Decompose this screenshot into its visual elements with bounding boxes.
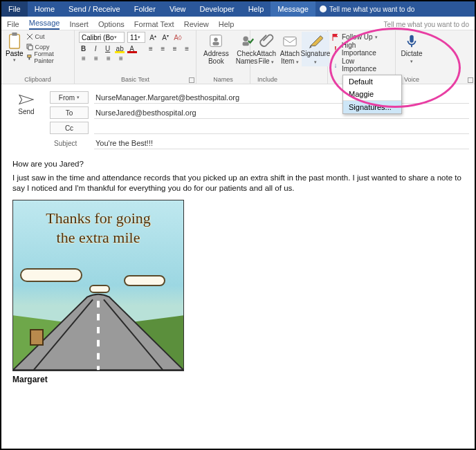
svg-rect-10: [242, 42, 248, 46]
svg-rect-3: [28, 46, 33, 50]
svg-rect-1: [12, 32, 17, 36]
low-importance-button[interactable]: ↓Low Importance: [332, 57, 391, 73]
svg-rect-8: [213, 42, 219, 46]
indent-left-button[interactable]: ≡: [170, 45, 179, 53]
from-button[interactable]: From ▾: [50, 91, 89, 104]
ribtab-options[interactable]: Options: [98, 20, 125, 30]
ribtab-file[interactable]: File: [7, 20, 19, 30]
attach-item-button[interactable]: AttachItem ▾: [278, 32, 302, 66]
dialog-launcher-icon[interactable]: [468, 77, 473, 83]
align-right-button[interactable]: ≡: [104, 55, 113, 62]
tab-view[interactable]: View: [163, 1, 193, 17]
group-basic-text: Calibri (Bo▾ 11▾ A▴ A▾ A◊ B I U ab A ≡ ≡…: [75, 30, 196, 84]
italic-button[interactable]: I: [91, 45, 100, 53]
sigmenu-maggie[interactable]: Maggie: [343, 88, 401, 100]
font-size-combo[interactable]: 11▾: [127, 32, 145, 43]
signature-dropdown-menu: Default Maggie Signatures...: [342, 75, 402, 114]
group-include: AttachFile ▾ AttachItem ▾ Signature▾ Inc…: [250, 30, 328, 84]
paste-button[interactable]: Paste ▾: [6, 32, 24, 63]
align-left-button[interactable]: ≡: [79, 55, 89, 62]
message-header: Send From ▾ NurseManager.Margaret@bestho…: [1, 84, 475, 153]
body-signoff: Margaret: [12, 374, 464, 385]
tab-help[interactable]: Help: [241, 1, 271, 17]
cc-field[interactable]: [94, 122, 469, 134]
to-field[interactable]: NurseJared@besthospital.org: [94, 106, 469, 119]
group-names: AddressBook CheckNames Names: [196, 30, 250, 84]
signature-button[interactable]: Signature▾: [302, 32, 329, 66]
group-label-names: Names: [201, 76, 246, 84]
shrink-font-button[interactable]: A▾: [161, 33, 170, 41]
font-color-button[interactable]: A: [127, 45, 136, 53]
dictate-button[interactable]: Dictate▾: [400, 32, 423, 66]
tab-file[interactable]: File: [1, 1, 28, 17]
svg-rect-4: [27, 55, 30, 57]
clear-format-button[interactable]: A◊: [173, 34, 183, 41]
group-label-basic-text: Basic Text: [79, 76, 192, 84]
svg-point-9: [243, 37, 248, 41]
svg-rect-13: [411, 45, 412, 48]
svg-point-7: [214, 37, 219, 41]
indent-right-button[interactable]: ≡: [183, 45, 192, 53]
sigmenu-signatures[interactable]: Signatures...: [343, 101, 401, 113]
dialog-launcher-icon[interactable]: [189, 77, 194, 83]
subject-label: Subject: [50, 140, 89, 147]
from-field[interactable]: NurseManager.Margaret@besthospital.org: [94, 91, 469, 104]
group-label-voice: Voice: [400, 76, 423, 84]
svg-rect-12: [410, 35, 414, 43]
image-text-line1: Thanks for going: [13, 210, 183, 226]
numbering-button[interactable]: ≡: [158, 45, 167, 53]
tab-home[interactable]: Home: [28, 1, 62, 17]
image-text-line2: the extra mile: [13, 229, 183, 245]
message-body[interactable]: How are you Jared? I just saw in the tim…: [1, 153, 475, 395]
ribbon-tabs: File Message Insert Options Format Text …: [1, 17, 475, 30]
tab-message-context[interactable]: Message: [271, 1, 315, 17]
subject-field[interactable]: You're the Best!!!: [94, 137, 469, 149]
svg-rect-11: [284, 37, 296, 46]
follow-up-button[interactable]: Follow Up ▾: [332, 33, 391, 41]
send-icon: [19, 94, 34, 105]
app-titlebar: File Home Send / Receive Folder View Dev…: [1, 1, 475, 17]
group-clipboard: Paste ▾ Cut Copy Format Painter Clipboar…: [1, 30, 75, 84]
cut-button[interactable]: Cut: [26, 32, 70, 41]
grow-font-button[interactable]: A▴: [148, 33, 158, 41]
tell-me-search[interactable]: Tell me what you want to do: [315, 1, 419, 17]
highlight-button[interactable]: ab: [115, 45, 124, 53]
align-center-button[interactable]: ≡: [91, 55, 101, 62]
tab-developer[interactable]: Developer: [193, 1, 241, 17]
high-importance-button[interactable]: !High Importance: [332, 41, 391, 57]
ribtab-review[interactable]: Review: [184, 20, 209, 30]
send-label: Send: [18, 108, 34, 115]
format-painter-button[interactable]: Format Painter: [26, 53, 70, 62]
body-paragraph: I just saw in the time and attendance re…: [12, 173, 464, 194]
sigmenu-default[interactable]: Default: [343, 75, 401, 88]
body-greeting: How are you Jared?: [12, 159, 464, 170]
svg-rect-5: [28, 57, 30, 59]
group-label-include: Include: [255, 76, 323, 84]
group-label-clipboard: Clipboard: [6, 76, 70, 84]
bold-button[interactable]: B: [79, 45, 88, 53]
address-book-button[interactable]: AddressBook: [201, 32, 232, 66]
paste-label: Paste: [6, 50, 24, 57]
send-button[interactable]: Send: [7, 91, 46, 149]
font-name-combo[interactable]: Calibri (Bo▾: [79, 32, 125, 43]
embedded-image: Thanks for going the extra mile: [12, 200, 184, 371]
to-button[interactable]: To: [50, 106, 89, 119]
tab-folder[interactable]: Folder: [127, 1, 163, 17]
ribbon: Paste ▾ Cut Copy Format Painter Clipboar…: [1, 30, 475, 84]
tell-me-text: Tell me what you want to do: [329, 6, 414, 13]
ribtab-format-text[interactable]: Format Text: [134, 20, 174, 30]
svg-rect-0: [9, 35, 19, 48]
align-justify-button[interactable]: ≡: [116, 55, 126, 62]
lightbulb-icon: [320, 6, 327, 12]
underline-button[interactable]: U: [103, 45, 112, 53]
tab-send-receive[interactable]: Send / Receive: [62, 1, 127, 17]
ribtab-message[interactable]: Message: [29, 19, 60, 30]
ribtab-tellme[interactable]: Tell me what you want to do: [384, 21, 469, 30]
ribtab-help[interactable]: Help: [219, 20, 235, 30]
attach-file-button[interactable]: AttachFile ▾: [255, 32, 278, 66]
ribtab-insert[interactable]: Insert: [69, 20, 89, 30]
cc-button[interactable]: Cc: [50, 122, 89, 134]
bullets-button[interactable]: ≡: [146, 45, 155, 53]
